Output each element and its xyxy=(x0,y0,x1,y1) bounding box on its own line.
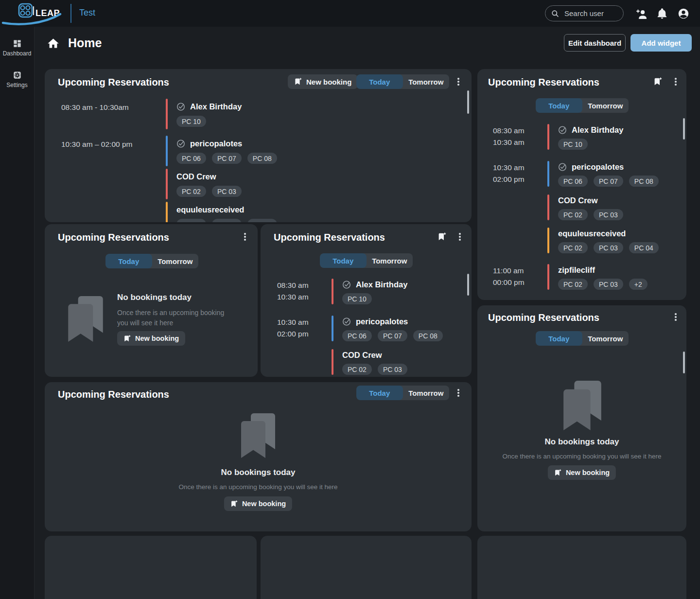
pc-chip: PC 02 xyxy=(176,186,206,197)
check-circle-icon xyxy=(342,317,351,326)
toggle-tomorrow[interactable]: Tomorrow xyxy=(367,253,413,268)
widget-menu-button[interactable] xyxy=(454,76,463,88)
pc-chip: PC 03 xyxy=(594,242,623,253)
widget-scrollbar[interactable] xyxy=(467,274,469,296)
add-user-button[interactable] xyxy=(635,8,647,19)
reservation-name-line: pericopalotes xyxy=(558,161,659,172)
toggle-tomorrow[interactable]: Tomorrow xyxy=(403,74,450,89)
new-booking-icon-button[interactable] xyxy=(652,76,663,87)
sidebar-item-label: Dashboard xyxy=(3,50,32,57)
reservation-time: 08:30 am - 10:30am xyxy=(61,99,166,129)
reservation-time xyxy=(493,228,547,253)
toggle-today[interactable]: Today xyxy=(356,386,403,400)
bookmark-plus-icon xyxy=(554,469,561,476)
widget-menu-button[interactable] xyxy=(455,231,465,243)
search-user-box[interactable] xyxy=(545,5,624,21)
reservation-name: equuleusreceived xyxy=(176,205,244,214)
brand-name: LEAP xyxy=(35,8,60,18)
toggle-today[interactable]: Today xyxy=(536,98,582,113)
toggle-today[interactable]: Today xyxy=(356,74,403,89)
new-booking-button[interactable]: New booking xyxy=(224,496,292,511)
workspace-name: Test xyxy=(79,8,95,18)
notifications-button[interactable] xyxy=(656,8,668,19)
reservation-row[interactable]: COD Crew PC 02 PC 03 xyxy=(493,194,623,220)
toggle-tomorrow[interactable]: Tomorrow xyxy=(582,331,629,346)
pc-chip: PC 04 xyxy=(629,242,659,253)
reservation-time: 08:30 am 10:30 am xyxy=(493,124,547,150)
pc-chip: PC 07 xyxy=(594,176,623,187)
reservation-row[interactable]: 08:30 am 10:30 am Alex Birthday PC 10 xyxy=(277,279,407,304)
reservation-name-line: pericopalotes xyxy=(342,316,443,326)
new-booking-button[interactable]: New booking xyxy=(288,74,358,89)
widget-upcoming-reservations-empty-3: Upcoming Reservations Today Tomorrow No … xyxy=(45,382,472,531)
reservation-row[interactable]: COD Crew PC 02 PC 03 xyxy=(61,169,242,199)
toggle-today[interactable]: Today xyxy=(536,331,582,346)
widget-menu-button[interactable] xyxy=(671,76,681,88)
bookmarks-empty-icon xyxy=(241,413,275,458)
topbar: LEAP Test xyxy=(0,0,700,27)
pc-chip-overflow: +2 xyxy=(629,279,648,290)
new-booking-label: New booking xyxy=(242,500,286,508)
account-circle-icon xyxy=(678,8,689,19)
widget-upcoming-reservations-empty-1: Upcoming Reservations Today Tomorrow No … xyxy=(45,224,258,377)
reservation-row[interactable]: equuleusreceived PC 02 PC 03 PC 04 xyxy=(493,228,659,253)
toggle-tomorrow[interactable]: Tomorrow xyxy=(152,254,199,268)
day-toggle: Today Tomorrow xyxy=(356,386,449,400)
dashboard-icon xyxy=(13,39,22,48)
search-icon xyxy=(551,10,559,18)
widget-upcoming-reservations-center: Upcoming Reservations Today Tomorrow 08:… xyxy=(261,224,472,377)
add-widget-button[interactable]: Add widget xyxy=(630,34,692,52)
reservation-row[interactable]: 08:30 am 10:30 am Alex Birthday PC 10 xyxy=(493,124,623,150)
brand-divider xyxy=(70,4,71,23)
pc-chip: PC 03 xyxy=(212,186,242,197)
toggle-today[interactable]: Today xyxy=(105,254,152,268)
sidebar-item-dashboard[interactable]: Dashboard xyxy=(0,39,34,57)
new-booking-button[interactable]: New booking xyxy=(117,331,185,346)
reservation-row[interactable]: 10:30 am – 02:00 pm pericopalotes PC 06 … xyxy=(61,136,277,166)
bookmark-plus-icon xyxy=(230,500,238,508)
toggle-today[interactable]: Today xyxy=(320,253,367,268)
new-booking-button[interactable]: New booking xyxy=(548,465,616,480)
reservation-name-line: COD Crew xyxy=(558,194,623,205)
bell-icon xyxy=(657,8,667,19)
reservation-row[interactable]: 11:00 am 00:00 pm zipfilecliff PC 02 PC … xyxy=(493,264,648,290)
bookmarks-empty-icon xyxy=(68,296,103,342)
edit-dashboard-button[interactable]: Edit dashboard xyxy=(564,34,626,52)
reservation-time: 08:30 am 10:30 am xyxy=(277,279,332,304)
check-circle-icon xyxy=(558,162,567,172)
check-circle-icon xyxy=(342,280,351,289)
widget-scrollbar[interactable] xyxy=(683,118,685,140)
reservation-row[interactable]: 08:30 am - 10:30am Alex Birthday PC 10 xyxy=(61,99,242,129)
pc-chip: PC 02 xyxy=(558,209,588,220)
empty-state-title: No bookings today xyxy=(477,437,686,447)
widget-menu-button[interactable] xyxy=(240,231,250,243)
toggle-tomorrow[interactable]: Tomorrow xyxy=(403,386,450,400)
widget-scrollbar[interactable] xyxy=(467,90,469,114)
pc-chip: PC 10 xyxy=(342,293,372,304)
check-circle-icon xyxy=(176,102,186,111)
toggle-tomorrow[interactable]: Tomorrow xyxy=(582,98,629,113)
reservation-row[interactable]: equuleusreceived PC 02 PC 03 PC 04 xyxy=(61,202,277,222)
pc-chip: PC 03 xyxy=(378,364,407,375)
reservation-row[interactable]: 10:30 am 02:00 pm pericopalotes PC 06 PC… xyxy=(493,161,659,187)
widget-menu-button[interactable] xyxy=(671,311,681,323)
sidebar-item-settings[interactable]: Settings xyxy=(0,70,34,88)
day-toggle: Today Tomorrow xyxy=(356,74,449,89)
pc-chip: PC 03 xyxy=(594,209,623,220)
pc-chip: PC 07 xyxy=(378,330,407,341)
widget-scrollbar[interactable] xyxy=(683,352,685,373)
account-button[interactable] xyxy=(678,8,689,19)
reservation-name-line: pericopalotes xyxy=(176,136,277,148)
reservation-row[interactable]: COD Crew PC 02 PC 03 xyxy=(277,349,407,375)
pc-chip: PC 10 xyxy=(558,139,588,150)
new-booking-icon-button[interactable] xyxy=(437,231,447,242)
sidebar-item-label: Settings xyxy=(6,82,27,88)
widget-menu-button[interactable] xyxy=(454,387,463,399)
reservation-name-line: Alex Birthday xyxy=(176,99,242,111)
pc-chip: PC 03 xyxy=(212,219,242,222)
widget-partial-1 xyxy=(45,536,257,599)
search-input[interactable] xyxy=(563,9,619,18)
reservation-row[interactable]: 10:30 am 02:00 pm pericopalotes PC 06 PC… xyxy=(277,316,443,341)
reservation-name-line: COD Crew xyxy=(342,349,407,360)
reservation-name-line: equuleusreceived xyxy=(176,202,277,214)
